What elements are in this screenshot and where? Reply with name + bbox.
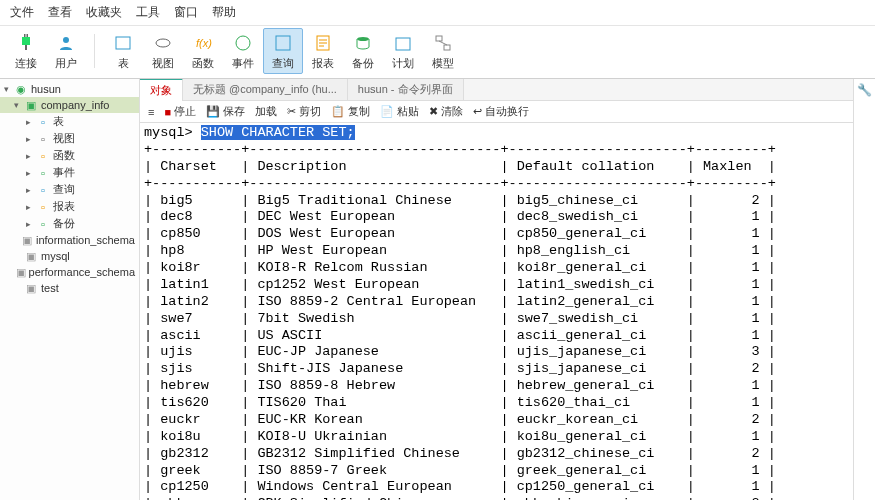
menu-item[interactable]: 查看 xyxy=(48,4,72,21)
toolbar-table-button[interactable]: 表 xyxy=(103,28,143,74)
tree-item[interactable]: ▸▫查询 xyxy=(0,181,139,198)
menu-item[interactable]: 帮助 xyxy=(212,4,236,21)
tree-item[interactable]: ▸▫备份 xyxy=(0,215,139,232)
menu-icon[interactable]: ≡ xyxy=(148,106,154,118)
main-toolbar: 连接 用户 表 视图 f(x) 函数 事件 查询 报表 备份 计划 模型 xyxy=(0,26,875,79)
toolbar-label: 报表 xyxy=(312,56,334,71)
toolbar-clock-button[interactable]: 事件 xyxy=(223,28,263,74)
tree-database[interactable]: ▾▣company_info xyxy=(0,97,139,113)
wrench-icon[interactable]: 🔧 xyxy=(857,83,872,97)
sub-toolbar: ≡ ■ 停止 💾 保存 加载 ✂ 剪切 📋 复制 📄 粘贴 ✖ 清除 ↩ 自动换… xyxy=(140,101,853,123)
tab[interactable]: 无标题 @company_info (hu... xyxy=(183,79,348,100)
backup-icon xyxy=(352,32,374,54)
toolbar-eye-button[interactable]: 视图 xyxy=(143,28,183,74)
right-strip: 🔧 xyxy=(853,79,875,500)
plug-icon xyxy=(15,32,37,54)
toolbar-report-button[interactable]: 报表 xyxy=(303,28,343,74)
toolbar-backup-button[interactable]: 备份 xyxy=(343,28,383,74)
load-button[interactable]: 加载 xyxy=(255,104,277,119)
sql-console[interactable]: mysql> SHOW CHARACTER SET; +-----------+… xyxy=(140,123,853,500)
svg-point-24 xyxy=(357,37,369,41)
svg-rect-2 xyxy=(27,34,29,37)
report-icon xyxy=(312,32,334,54)
sched-icon xyxy=(392,32,414,54)
toolbar-label: 计划 xyxy=(392,56,414,71)
save-button[interactable]: 💾 保存 xyxy=(206,104,245,119)
clear-button[interactable]: ✖ 清除 xyxy=(429,104,463,119)
tree-database[interactable]: ▣performance_schema xyxy=(0,264,139,280)
toolbar-label: 连接 xyxy=(15,56,37,71)
svg-point-9 xyxy=(156,39,170,47)
tab-bar: 对象无标题 @company_info (hu...husun - 命令列界面 xyxy=(140,79,853,101)
tree-database[interactable]: ▣information_schema xyxy=(0,232,139,248)
toolbar-label: 表 xyxy=(118,56,129,71)
toolbar-query-button[interactable]: 查询 xyxy=(263,28,303,74)
toolbar-sched-button[interactable]: 计划 xyxy=(383,28,423,74)
svg-rect-5 xyxy=(116,37,130,49)
toolbar-label: 函数 xyxy=(192,56,214,71)
toolbar-label: 查询 xyxy=(272,56,294,71)
tree-connection[interactable]: ▾◉husun xyxy=(0,81,139,97)
toolbar-label: 备份 xyxy=(352,56,374,71)
tree-item[interactable]: ▸▫报表 xyxy=(0,198,139,215)
tree-item[interactable]: ▸▫事件 xyxy=(0,164,139,181)
toolbar-fx-button[interactable]: f(x) 函数 xyxy=(183,28,223,74)
toolbar-label: 模型 xyxy=(432,56,454,71)
tab[interactable]: 对象 xyxy=(140,79,183,101)
tab[interactable]: husun - 命令列界面 xyxy=(348,79,464,100)
toolbar-label: 视图 xyxy=(152,56,174,71)
svg-rect-28 xyxy=(444,45,450,50)
svg-rect-0 xyxy=(22,37,30,45)
copy-button[interactable]: 📋 复制 xyxy=(331,104,370,119)
menu-item[interactable]: 窗口 xyxy=(174,4,198,21)
menu-item[interactable]: 收藏夹 xyxy=(86,4,122,21)
svg-line-29 xyxy=(439,41,447,45)
tree-item[interactable]: ▸▫视图 xyxy=(0,130,139,147)
tree-item[interactable]: ▸▫表 xyxy=(0,113,139,130)
table-icon xyxy=(112,32,134,54)
toolbar-model-button[interactable]: 模型 xyxy=(423,28,463,74)
svg-point-4 xyxy=(63,37,69,43)
fx-icon: f(x) xyxy=(192,32,214,54)
sidebar: ▾◉husun▾▣company_info▸▫表▸▫视图▸▫函数▸▫事件▸▫查询… xyxy=(0,79,140,500)
tree-database[interactable]: ▣mysql xyxy=(0,248,139,264)
menu-item[interactable]: 文件 xyxy=(10,4,34,21)
user-icon xyxy=(55,32,77,54)
toolbar-plug-button[interactable]: 连接 xyxy=(6,28,46,74)
query-icon xyxy=(272,32,294,54)
svg-rect-25 xyxy=(396,38,410,50)
clock-icon xyxy=(232,32,254,54)
eye-icon xyxy=(152,32,174,54)
autorun-button[interactable]: ↩ 自动换行 xyxy=(473,104,529,119)
toolbar-label: 事件 xyxy=(232,56,254,71)
svg-rect-1 xyxy=(24,34,26,37)
svg-text:f(x): f(x) xyxy=(196,37,212,49)
svg-rect-27 xyxy=(436,36,442,41)
menubar: 文件查看收藏夹工具窗口帮助 xyxy=(0,0,875,26)
toolbar-user-button[interactable]: 用户 xyxy=(46,28,86,74)
model-icon xyxy=(432,32,454,54)
tree-item[interactable]: ▸▫函数 xyxy=(0,147,139,164)
toolbar-label: 用户 xyxy=(55,56,77,71)
menu-item[interactable]: 工具 xyxy=(136,4,160,21)
svg-rect-15 xyxy=(276,36,290,50)
paste-button[interactable]: 📄 粘贴 xyxy=(380,104,419,119)
tree-database[interactable]: ▣test xyxy=(0,280,139,296)
svg-rect-3 xyxy=(25,45,27,50)
stop-button[interactable]: ■ 停止 xyxy=(164,104,196,119)
cut-button[interactable]: ✂ 剪切 xyxy=(287,104,321,119)
svg-point-12 xyxy=(236,36,250,50)
